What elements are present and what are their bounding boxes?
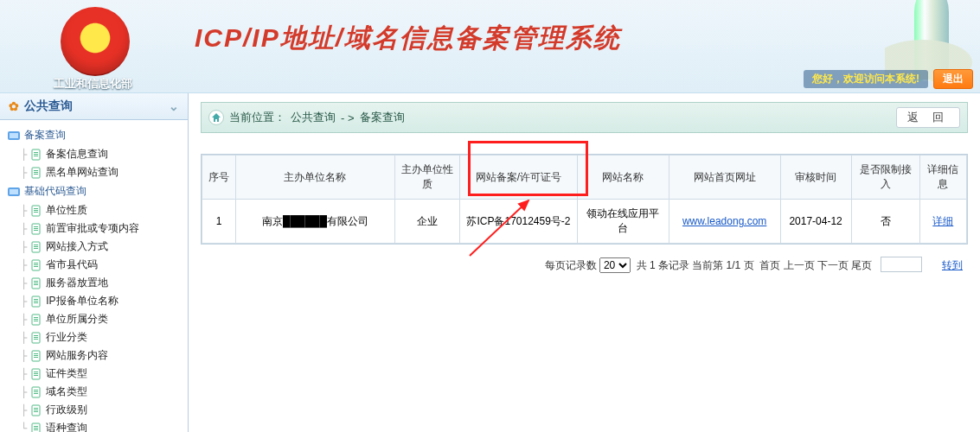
sidebar-item[interactable]: ├备案信息查询 bbox=[3, 145, 184, 163]
table-cell: 苏ICP备17012459号-2 bbox=[459, 200, 577, 244]
svg-rect-63 bbox=[34, 429, 38, 430]
sidebar-group[interactable]: 备案查询 bbox=[3, 125, 184, 145]
table-cell[interactable]: 详细 bbox=[919, 200, 966, 244]
table-cell: 1 bbox=[202, 200, 236, 244]
svg-rect-43 bbox=[34, 339, 38, 340]
sidebar-item-label: 网站服务内容 bbox=[46, 348, 108, 363]
national-emblem-icon bbox=[61, 7, 130, 76]
pager-prev[interactable]: 上一页 bbox=[784, 259, 815, 271]
sidebar-item[interactable]: ├行政级别 bbox=[3, 401, 184, 419]
svg-rect-9 bbox=[34, 174, 38, 175]
svg-rect-26 bbox=[34, 264, 38, 265]
svg-rect-8 bbox=[34, 172, 38, 173]
department-name: 工业和信息化部 bbox=[54, 76, 132, 92]
sidebar-item-label: IP报备单位名称 bbox=[46, 294, 118, 308]
tree-line-icon: ├ bbox=[21, 332, 27, 344]
sidebar-item[interactable]: ├证件类型 bbox=[3, 365, 184, 383]
svg-rect-17 bbox=[34, 226, 38, 227]
home-icon[interactable] bbox=[208, 110, 224, 125]
pager-total: 共 1 条记录 当前第 1/1 页 bbox=[637, 259, 754, 271]
svg-rect-38 bbox=[34, 319, 38, 320]
table-row: 1南京██████有限公司企业苏ICP备17012459号-2领动在线应用平台w… bbox=[202, 200, 967, 244]
sidebar-item-label: 前置审批或专项内容 bbox=[46, 221, 139, 236]
pager-first[interactable]: 首页 bbox=[759, 259, 780, 271]
table-cell: 南京██████有限公司 bbox=[236, 200, 394, 244]
svg-rect-15 bbox=[34, 212, 38, 213]
sidebar-item-label: 省市县代码 bbox=[46, 257, 98, 272]
content-area: 当前位置： 公共查询 - > 备案查询 返 回 序号主办单位名称主办单位性质网站… bbox=[189, 93, 980, 432]
svg-rect-37 bbox=[34, 317, 38, 318]
sidebar-group-label: 基础代码查询 bbox=[24, 184, 86, 199]
folder-icon bbox=[7, 185, 21, 199]
sidebar-item-label: 服务器放置地 bbox=[46, 276, 108, 290]
document-icon bbox=[30, 223, 42, 235]
breadcrumb-path[interactable]: 公共查询 bbox=[291, 110, 336, 125]
table-cell: 领动在线应用平台 bbox=[578, 200, 669, 244]
svg-rect-53 bbox=[34, 390, 38, 391]
document-icon bbox=[30, 314, 42, 326]
pager-goto-input[interactable] bbox=[881, 257, 922, 272]
welcome-message: 您好，欢迎访问本系统! bbox=[804, 70, 928, 88]
sidebar-item-label: 备案信息查询 bbox=[46, 147, 108, 162]
tree-line-icon: ├ bbox=[21, 223, 27, 235]
svg-rect-30 bbox=[34, 283, 38, 283]
pager-last[interactable]: 尾页 bbox=[851, 259, 872, 271]
tree-line-icon: ├ bbox=[21, 205, 27, 217]
svg-rect-54 bbox=[34, 391, 38, 392]
table-header-cell: 主办单位名称 bbox=[236, 156, 394, 200]
pager-goto-link[interactable]: 转到 bbox=[942, 259, 963, 271]
logout-button[interactable]: 退出 bbox=[933, 69, 973, 89]
sidebar-group[interactable]: 基础代码查询 bbox=[3, 181, 184, 201]
sidebar-header[interactable]: ✿ 公共查询 ⌄ bbox=[0, 93, 188, 120]
tree-line-icon: ├ bbox=[21, 404, 27, 416]
sidebar-item[interactable]: ├前置审批或专项内容 bbox=[3, 219, 184, 238]
sidebar-item[interactable]: ├黑名单网站查询 bbox=[3, 163, 184, 181]
per-page-select[interactable]: 20 bbox=[599, 257, 631, 273]
document-icon bbox=[30, 422, 42, 433]
sidebar-item[interactable]: ├单位性质 bbox=[3, 201, 184, 219]
sidebar-item-label: 网站接入方式 bbox=[46, 239, 108, 254]
sidebar-item[interactable]: ├行业分类 bbox=[3, 328, 184, 346]
sidebar-item-label: 黑名单网站查询 bbox=[46, 165, 118, 180]
sidebar-item[interactable]: ├网站服务内容 bbox=[3, 346, 184, 365]
svg-rect-50 bbox=[34, 373, 38, 374]
document-icon bbox=[30, 241, 42, 253]
tree-line-icon: ├ bbox=[21, 149, 27, 161]
svg-rect-27 bbox=[34, 266, 38, 267]
sidebar-item[interactable]: ├IP报备单位名称 bbox=[3, 292, 184, 310]
sidebar-item-label: 行政级别 bbox=[46, 403, 87, 417]
chevron-down-icon: ⌄ bbox=[169, 99, 179, 113]
svg-rect-47 bbox=[34, 357, 38, 358]
sidebar-item[interactable]: ├单位所属分类 bbox=[3, 310, 184, 328]
svg-rect-49 bbox=[34, 372, 38, 372]
sidebar-item[interactable]: └语种查询 bbox=[3, 419, 184, 432]
document-icon bbox=[30, 386, 42, 398]
sidebar-tree: 备案查询├备案信息查询├黑名单网站查询基础代码查询├单位性质├前置审批或专项内容… bbox=[0, 120, 188, 432]
pagination-bar: 每页记录数 20 共 1 条记录 当前第 1/1 页 首页 上一页 下一页 尾页… bbox=[201, 257, 968, 273]
svg-rect-31 bbox=[34, 284, 38, 285]
pager-next[interactable]: 下一页 bbox=[817, 259, 849, 271]
sidebar-item-label: 语种查询 bbox=[46, 421, 87, 432]
tree-line-icon: ├ bbox=[21, 368, 27, 380]
tree-line-icon: ├ bbox=[21, 241, 27, 253]
detail-link[interactable]: 详细 bbox=[932, 215, 953, 227]
back-button[interactable]: 返 回 bbox=[896, 107, 960, 128]
sidebar-item[interactable]: ├服务器放置地 bbox=[3, 274, 184, 292]
site-url-link[interactable]: www.leadong.com bbox=[682, 215, 766, 227]
svg-rect-35 bbox=[34, 302, 38, 303]
tree-line-icon: ├ bbox=[21, 386, 27, 398]
sidebar-item-label: 证件类型 bbox=[46, 366, 87, 381]
sidebar-item[interactable]: ├省市县代码 bbox=[3, 256, 184, 274]
svg-rect-33 bbox=[34, 299, 38, 300]
sidebar-item[interactable]: ├网站接入方式 bbox=[3, 238, 184, 256]
document-icon bbox=[30, 332, 42, 344]
svg-rect-25 bbox=[34, 263, 38, 264]
table-cell[interactable]: www.leadong.com bbox=[669, 200, 780, 244]
results-table-wrap: 序号主办单位名称主办单位性质网站备案/许可证号网站名称网站首页网址审核时间是否限… bbox=[201, 154, 968, 245]
document-icon bbox=[30, 368, 42, 380]
tree-line-icon: ├ bbox=[21, 350, 27, 362]
sidebar-item[interactable]: ├域名类型 bbox=[3, 383, 184, 401]
svg-rect-11 bbox=[10, 189, 18, 194]
svg-rect-41 bbox=[34, 335, 38, 336]
sidebar: ✿ 公共查询 ⌄ 备案查询├备案信息查询├黑名单网站查询基础代码查询├单位性质├… bbox=[0, 93, 189, 432]
